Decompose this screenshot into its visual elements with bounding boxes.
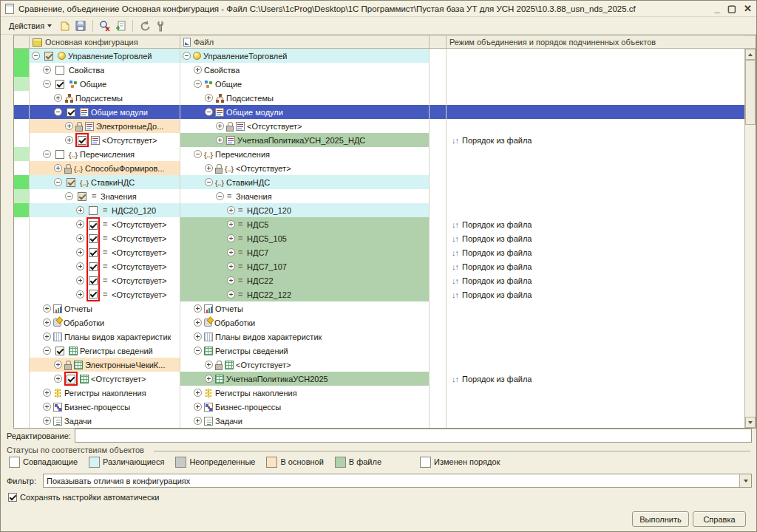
- tree-row[interactable]: Бизнес-процессыБизнес-процессы: [14, 400, 744, 414]
- save-icon[interactable]: [75, 20, 86, 32]
- include-checkbox[interactable]: [89, 221, 98, 230]
- main-config-cell[interactable]: <Отсутствует>: [30, 372, 180, 386]
- tree-row[interactable]: <Отсутствует>УчетнаяПолитикаУСН_2025_НДС…: [14, 133, 744, 147]
- annotation-red-box[interactable]: [86, 245, 100, 259]
- include-checkbox[interactable]: [55, 150, 64, 159]
- expand-toggle-icon[interactable]: [43, 389, 51, 397]
- include-checkbox[interactable]: [55, 347, 64, 355]
- merge-mode-cell[interactable]: [447, 175, 744, 189]
- autosave-checkbox[interactable]: [8, 493, 17, 502]
- merge-mode-cell[interactable]: ↓↑Порядок из файла: [447, 133, 744, 147]
- tree-row[interactable]: ЭлектронныеДо...<Отсутствует>: [14, 119, 744, 133]
- tree-row[interactable]: УправлениеТорговлейУправлениеТорговлей: [14, 49, 744, 63]
- checkbox-wrap[interactable]: [75, 189, 89, 203]
- expand-toggle-icon[interactable]: [194, 403, 202, 411]
- expand-toggle-icon[interactable]: [183, 52, 191, 60]
- file-cell[interactable]: Свойства: [180, 63, 430, 77]
- merge-mode-cell[interactable]: [447, 147, 744, 161]
- tree-row[interactable]: ЗначенияЗначения: [14, 189, 744, 203]
- file-cell[interactable]: <Отсутствует>: [180, 119, 430, 133]
- tree-row[interactable]: <Отсутствует>НДС7_107↓↑Порядок из файла: [14, 259, 744, 273]
- expand-toggle-icon[interactable]: [54, 178, 62, 186]
- merge-mode-cell[interactable]: [447, 189, 744, 203]
- close-button[interactable]: ✕: [744, 4, 752, 14]
- merge-mode-cell[interactable]: [447, 316, 744, 330]
- vertical-scrollbar[interactable]: [744, 49, 756, 428]
- annotation-red-box[interactable]: [86, 259, 100, 273]
- new-file-icon[interactable]: [59, 20, 71, 32]
- expand-toggle-icon[interactable]: [227, 206, 235, 214]
- main-config-cell[interactable]: <Отсутствует>: [30, 133, 180, 147]
- expand-toggle-icon[interactable]: [227, 262, 235, 270]
- file-cell[interactable]: УправлениеТорговлей: [180, 49, 430, 63]
- tree-row[interactable]: ОбщиеОбщие: [14, 77, 744, 91]
- main-config-cell[interactable]: Подсистемы: [30, 91, 180, 105]
- checkbox-wrap[interactable]: [53, 147, 67, 161]
- expand-toggle-icon[interactable]: [194, 389, 202, 397]
- merge-mode-cell[interactable]: ↓↑Порядок из файла: [447, 259, 744, 273]
- merge-mode-cell[interactable]: [447, 386, 744, 400]
- main-config-cell[interactable]: СтавкиНДС: [30, 175, 180, 189]
- main-config-cell[interactable]: УправлениеТорговлей: [30, 49, 180, 63]
- checkbox-wrap[interactable]: [53, 344, 67, 358]
- file-cell[interactable]: Планы видов характеристик: [180, 330, 430, 344]
- expand-toggle-icon[interactable]: [65, 122, 73, 130]
- run-button[interactable]: Выполнить: [632, 511, 689, 527]
- expand-toggle-icon[interactable]: [227, 248, 235, 256]
- expand-toggle-icon[interactable]: [54, 375, 62, 383]
- file-cell[interactable]: Общие модули: [180, 105, 430, 119]
- main-config-cell[interactable]: СпособыФормиров...: [30, 161, 180, 175]
- checkbox-wrap[interactable]: [64, 175, 78, 189]
- expand-toggle-icon[interactable]: [43, 332, 51, 341]
- file-cell[interactable]: НДС7_107: [180, 259, 430, 273]
- scroll-up-button[interactable]: [745, 49, 756, 60]
- file-cell[interactable]: Задачи: [180, 414, 430, 428]
- checkbox-wrap[interactable]: [42, 49, 55, 63]
- expand-toggle-icon[interactable]: [76, 220, 84, 228]
- merge-mode-cell[interactable]: [447, 414, 744, 428]
- file-cell[interactable]: НДС5_105: [180, 231, 430, 245]
- main-config-cell[interactable]: Свойства: [30, 63, 180, 77]
- tree-row[interactable]: ЗадачиЗадачи: [14, 414, 744, 428]
- expand-toggle-icon[interactable]: [32, 52, 40, 60]
- expand-toggle-icon[interactable]: [43, 150, 51, 158]
- expand-toggle-icon[interactable]: [216, 122, 224, 130]
- main-config-cell[interactable]: <Отсутствует>: [30, 245, 180, 259]
- tree-row[interactable]: ОтчетыОтчеты: [14, 301, 744, 316]
- main-config-cell[interactable]: Бизнес-процессы: [30, 400, 180, 414]
- annotation-red-box[interactable]: [86, 287, 100, 301]
- annotation-red-box[interactable]: [86, 217, 100, 231]
- status-column-header[interactable]: [14, 35, 30, 49]
- filter-combobox[interactable]: Показывать отличия в конфигурациях: [43, 474, 752, 488]
- main-config-cell[interactable]: Общие модули: [30, 105, 180, 119]
- actions-menu-button[interactable]: Действия: [5, 19, 55, 33]
- merge-mode-cell[interactable]: [447, 49, 744, 63]
- expand-toggle-icon[interactable]: [194, 332, 202, 341]
- file-cell[interactable]: Обработки: [180, 316, 430, 330]
- tree-row[interactable]: <Отсутствует>НДС5_105↓↑Порядок из файла: [14, 231, 744, 245]
- file-cell[interactable]: <Отсутствует>: [180, 161, 430, 175]
- expand-toggle-icon[interactable]: [76, 276, 84, 284]
- file-cell[interactable]: НДС5: [180, 217, 430, 231]
- merge-mode-cell[interactable]: ↓↑Порядок из файла: [447, 231, 744, 245]
- include-checkbox[interactable]: [55, 80, 64, 89]
- scroll-down-button[interactable]: [745, 417, 756, 428]
- expand-toggle-icon[interactable]: [194, 417, 202, 425]
- main-config-cell[interactable]: ЭлектронныеДо...: [30, 119, 180, 133]
- tree-row[interactable]: Регистры накопленияРегистры накопления: [14, 386, 744, 400]
- merge-mode-cell[interactable]: ↓↑Порядок из файла: [447, 287, 744, 301]
- main-config-cell[interactable]: <Отсутствует>: [30, 231, 180, 245]
- tree-row[interactable]: <Отсутствует>НДС5↓↑Порядок из файла: [14, 217, 744, 231]
- main-config-cell[interactable]: Планы видов характеристик: [30, 330, 180, 344]
- merge-mode-cell[interactable]: [447, 77, 744, 91]
- expand-toggle-icon[interactable]: [43, 417, 51, 425]
- help-button[interactable]: Справка: [693, 511, 746, 527]
- expand-toggle-icon[interactable]: [76, 290, 84, 299]
- expand-toggle-icon[interactable]: [194, 304, 202, 313]
- include-checkbox[interactable]: [89, 206, 98, 215]
- file-cell[interactable]: УчетнаяПолитикаУСН2025: [180, 372, 430, 386]
- expand-toggle-icon[interactable]: [205, 375, 213, 383]
- maximize-button[interactable]: ▢: [727, 4, 736, 14]
- expand-toggle-icon[interactable]: [205, 361, 213, 369]
- configure-icon[interactable]: [155, 20, 166, 32]
